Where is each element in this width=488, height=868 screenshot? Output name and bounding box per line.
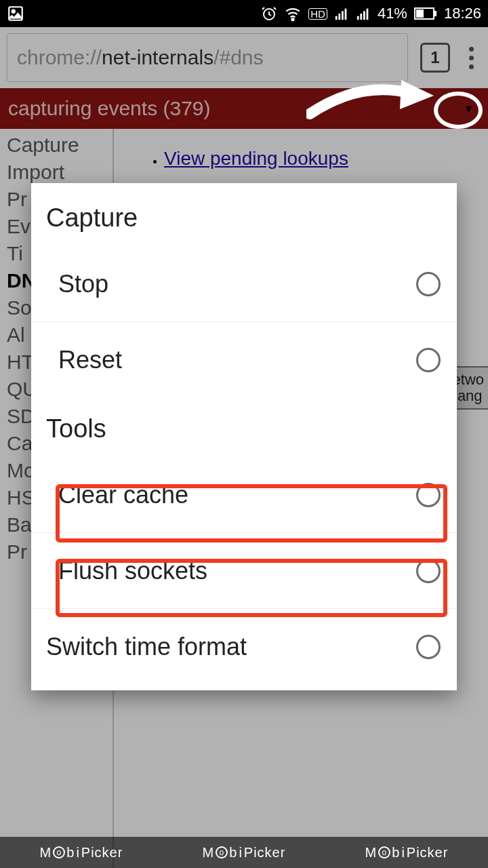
sidebar-item[interactable]: Capture xyxy=(0,132,113,159)
capture-bar-text: capturing events (379) xyxy=(8,97,211,120)
hd-icon: HD xyxy=(308,8,327,20)
option-reset[interactable]: Reset xyxy=(31,322,457,398)
option-switch-time[interactable]: Switch time format xyxy=(31,609,457,685)
signal-2-icon xyxy=(356,6,371,21)
option-label: Clear cache xyxy=(58,481,416,509)
option-label: Reset xyxy=(58,346,416,374)
menu-icon[interactable] xyxy=(461,47,481,69)
tabs-count: 1 xyxy=(430,48,439,67)
url-host: net-internals xyxy=(102,46,214,69)
alarm-icon xyxy=(261,5,277,22)
battery-percent: 41% xyxy=(378,5,407,22)
svg-rect-4 xyxy=(336,16,338,20)
watermark-bar: MobiPicker MobiPicker MobiPicker xyxy=(0,837,488,868)
picture-icon xyxy=(7,5,24,22)
watermark: MobiPicker xyxy=(365,845,449,861)
clock-time: 18:26 xyxy=(444,5,481,22)
svg-rect-14 xyxy=(434,11,436,16)
svg-rect-8 xyxy=(357,16,359,20)
battery-icon xyxy=(414,7,437,20)
annotation-arrow-icon xyxy=(306,77,442,127)
svg-rect-7 xyxy=(344,9,346,20)
option-stop[interactable]: Stop xyxy=(31,246,457,322)
watermark: MobiPicker xyxy=(40,845,123,861)
watermark: MobiPicker xyxy=(203,845,286,861)
radio-icon[interactable] xyxy=(416,635,441,659)
view-pending-link[interactable]: View pending lookups xyxy=(164,148,348,169)
tabs-button[interactable]: 1 xyxy=(420,43,450,73)
option-label: Stop xyxy=(58,270,416,298)
capture-dialog: Capture Stop Reset Tools Clear cache Flu… xyxy=(31,183,457,690)
status-bar: HD 41% 18:26 xyxy=(0,0,488,27)
option-label: Flush sockets xyxy=(58,557,416,585)
url-bar[interactable]: chrome://net-internals/#dns xyxy=(7,33,408,82)
sidebar-item[interactable]: Import xyxy=(0,159,113,186)
section-heading-tools: Tools xyxy=(31,398,457,457)
option-label: Switch time format xyxy=(46,633,416,661)
radio-icon[interactable] xyxy=(416,348,441,372)
svg-rect-13 xyxy=(416,9,424,18)
radio-icon[interactable] xyxy=(416,272,441,296)
svg-point-1 xyxy=(12,10,15,13)
option-flush-sockets[interactable]: Flush sockets xyxy=(31,533,457,609)
radio-icon[interactable] xyxy=(416,483,441,507)
svg-rect-9 xyxy=(360,14,362,20)
annotation-circle-icon xyxy=(434,92,483,129)
url-path: /#dns xyxy=(214,46,263,69)
option-clear-cache[interactable]: Clear cache xyxy=(31,457,457,533)
url-prefix: chrome:// xyxy=(17,46,102,69)
svg-rect-10 xyxy=(363,11,365,20)
radio-icon[interactable] xyxy=(416,559,441,583)
svg-rect-11 xyxy=(366,9,368,20)
svg-point-3 xyxy=(292,18,294,20)
section-heading-capture: Capture xyxy=(31,201,457,246)
wifi-icon xyxy=(284,5,302,22)
svg-rect-5 xyxy=(338,14,340,20)
svg-rect-6 xyxy=(342,11,344,20)
signal-icon xyxy=(334,6,349,21)
